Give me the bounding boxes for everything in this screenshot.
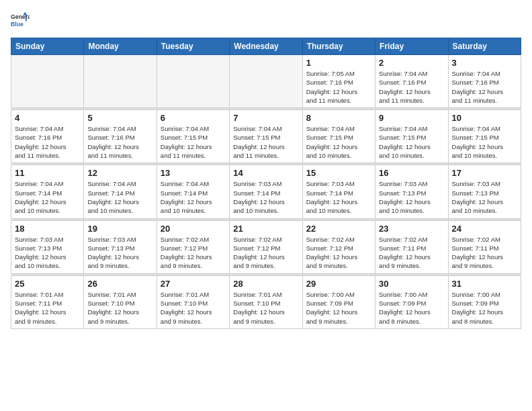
- day-info: Sunrise: 7:04 AMSunset: 7:15 PMDaylight:…: [161, 124, 226, 160]
- day-cell: 13Sunrise: 7:04 AMSunset: 7:14 PMDayligh…: [157, 165, 229, 218]
- day-number: 17: [452, 168, 517, 178]
- day-cell: 5Sunrise: 7:04 AMSunset: 7:16 PMDaylight…: [84, 110, 157, 163]
- day-cell: 16Sunrise: 7:03 AMSunset: 7:13 PMDayligh…: [375, 165, 448, 218]
- day-cell: 19Sunrise: 7:03 AMSunset: 7:13 PMDayligh…: [84, 220, 157, 273]
- day-number: 27: [161, 279, 226, 289]
- day-info: Sunrise: 7:04 AMSunset: 7:16 PMDaylight:…: [452, 69, 517, 105]
- weekday-header-tuesday: Tuesday: [157, 38, 229, 55]
- day-number: 13: [161, 168, 226, 178]
- day-cell: 6Sunrise: 7:04 AMSunset: 7:15 PMDaylight…: [157, 110, 229, 163]
- day-number: 20: [161, 224, 226, 234]
- day-cell: [11, 55, 84, 108]
- day-info: Sunrise: 7:04 AMSunset: 7:14 PMDaylight:…: [161, 179, 226, 215]
- day-cell: 18Sunrise: 7:03 AMSunset: 7:13 PMDayligh…: [11, 220, 84, 273]
- day-info: Sunrise: 7:03 AMSunset: 7:14 PMDaylight:…: [306, 179, 371, 215]
- day-cell: 20Sunrise: 7:02 AMSunset: 7:12 PMDayligh…: [157, 220, 229, 273]
- day-number: 12: [87, 168, 152, 178]
- day-info: Sunrise: 7:04 AMSunset: 7:16 PMDaylight:…: [87, 124, 152, 160]
- day-number: 7: [233, 113, 298, 123]
- logo: GeneralBlue: [11, 11, 30, 30]
- weekday-header-friday: Friday: [375, 38, 448, 55]
- day-info: Sunrise: 7:04 AMSunset: 7:15 PMDaylight:…: [306, 124, 371, 160]
- day-info: Sunrise: 7:04 AMSunset: 7:15 PMDaylight:…: [379, 124, 444, 160]
- day-cell: [157, 55, 229, 108]
- day-cell: 3Sunrise: 7:04 AMSunset: 7:16 PMDaylight…: [448, 55, 521, 108]
- day-number: 22: [306, 224, 371, 234]
- day-cell: 29Sunrise: 7:00 AMSunset: 7:09 PMDayligh…: [302, 275, 375, 328]
- day-info: Sunrise: 7:01 AMSunset: 7:10 PMDaylight:…: [161, 290, 226, 326]
- day-number: 11: [15, 168, 80, 178]
- day-number: 10: [452, 113, 517, 123]
- week-row-5: 25Sunrise: 7:01 AMSunset: 7:11 PMDayligh…: [11, 275, 521, 328]
- day-info: Sunrise: 7:03 AMSunset: 7:14 PMDaylight:…: [233, 179, 298, 215]
- day-cell: 1Sunrise: 7:05 AMSunset: 7:16 PMDaylight…: [302, 55, 375, 108]
- day-info: Sunrise: 7:04 AMSunset: 7:15 PMDaylight:…: [233, 124, 298, 160]
- day-number: 16: [379, 168, 444, 178]
- day-info: Sunrise: 7:02 AMSunset: 7:11 PMDaylight:…: [452, 235, 517, 271]
- day-info: Sunrise: 7:03 AMSunset: 7:13 PMDaylight:…: [87, 235, 152, 271]
- page-header: GeneralBlue: [11, 11, 521, 30]
- day-number: 30: [379, 279, 444, 289]
- day-number: 26: [87, 279, 152, 289]
- day-info: Sunrise: 7:04 AMSunset: 7:15 PMDaylight:…: [452, 124, 517, 160]
- day-cell: 2Sunrise: 7:04 AMSunset: 7:16 PMDaylight…: [375, 55, 448, 108]
- day-cell: 12Sunrise: 7:04 AMSunset: 7:14 PMDayligh…: [84, 165, 157, 218]
- day-number: 3: [452, 58, 517, 68]
- day-info: Sunrise: 7:04 AMSunset: 7:14 PMDaylight:…: [15, 179, 80, 215]
- day-info: Sunrise: 7:02 AMSunset: 7:11 PMDaylight:…: [379, 235, 444, 271]
- day-number: 9: [379, 113, 444, 123]
- day-number: 19: [87, 224, 152, 234]
- week-row-4: 18Sunrise: 7:03 AMSunset: 7:13 PMDayligh…: [11, 220, 521, 273]
- day-cell: 30Sunrise: 7:00 AMSunset: 7:09 PMDayligh…: [375, 275, 448, 328]
- day-number: 23: [379, 224, 444, 234]
- day-number: 25: [15, 279, 80, 289]
- day-cell: 11Sunrise: 7:04 AMSunset: 7:14 PMDayligh…: [11, 165, 84, 218]
- day-cell: 27Sunrise: 7:01 AMSunset: 7:10 PMDayligh…: [157, 275, 229, 328]
- day-info: Sunrise: 7:00 AMSunset: 7:09 PMDaylight:…: [379, 290, 444, 326]
- day-info: Sunrise: 7:04 AMSunset: 7:16 PMDaylight:…: [379, 69, 444, 105]
- week-row-1: 1Sunrise: 7:05 AMSunset: 7:16 PMDaylight…: [11, 55, 521, 108]
- day-number: 15: [306, 168, 371, 178]
- day-info: Sunrise: 7:02 AMSunset: 7:12 PMDaylight:…: [306, 235, 371, 271]
- weekday-header-sunday: Sunday: [11, 38, 84, 55]
- day-cell: 25Sunrise: 7:01 AMSunset: 7:11 PMDayligh…: [11, 275, 84, 328]
- svg-text:Blue: Blue: [11, 21, 24, 28]
- day-cell: 28Sunrise: 7:01 AMSunset: 7:10 PMDayligh…: [230, 275, 302, 328]
- day-number: 5: [87, 113, 152, 123]
- calendar-table: SundayMondayTuesdayWednesdayThursdayFrid…: [11, 38, 521, 329]
- day-cell: 14Sunrise: 7:03 AMSunset: 7:14 PMDayligh…: [230, 165, 302, 218]
- day-number: 24: [452, 224, 517, 234]
- day-info: Sunrise: 7:03 AMSunset: 7:13 PMDaylight:…: [379, 179, 444, 215]
- day-info: Sunrise: 7:00 AMSunset: 7:09 PMDaylight:…: [452, 290, 517, 326]
- day-info: Sunrise: 7:01 AMSunset: 7:10 PMDaylight:…: [233, 290, 298, 326]
- day-cell: 4Sunrise: 7:04 AMSunset: 7:16 PMDaylight…: [11, 110, 84, 163]
- day-cell: 24Sunrise: 7:02 AMSunset: 7:11 PMDayligh…: [448, 220, 521, 273]
- week-row-3: 11Sunrise: 7:04 AMSunset: 7:14 PMDayligh…: [11, 165, 521, 218]
- day-number: 21: [233, 224, 298, 234]
- day-info: Sunrise: 7:00 AMSunset: 7:09 PMDaylight:…: [306, 290, 371, 326]
- day-info: Sunrise: 7:03 AMSunset: 7:13 PMDaylight:…: [452, 179, 517, 215]
- day-cell: 21Sunrise: 7:02 AMSunset: 7:12 PMDayligh…: [230, 220, 302, 273]
- day-cell: 7Sunrise: 7:04 AMSunset: 7:15 PMDaylight…: [230, 110, 302, 163]
- day-number: 8: [306, 113, 371, 123]
- day-number: 18: [15, 224, 80, 234]
- day-number: 2: [379, 58, 444, 68]
- weekday-header-thursday: Thursday: [302, 38, 375, 55]
- day-info: Sunrise: 7:03 AMSunset: 7:13 PMDaylight:…: [15, 235, 80, 271]
- day-number: 4: [15, 113, 80, 123]
- day-number: 6: [161, 113, 226, 123]
- day-number: 1: [306, 58, 371, 68]
- day-cell: 15Sunrise: 7:03 AMSunset: 7:14 PMDayligh…: [302, 165, 375, 218]
- day-cell: [84, 55, 157, 108]
- day-info: Sunrise: 7:02 AMSunset: 7:12 PMDaylight:…: [233, 235, 298, 271]
- day-info: Sunrise: 7:05 AMSunset: 7:16 PMDaylight:…: [306, 69, 371, 105]
- weekday-header-row: SundayMondayTuesdayWednesdayThursdayFrid…: [11, 38, 521, 55]
- day-cell: 22Sunrise: 7:02 AMSunset: 7:12 PMDayligh…: [302, 220, 375, 273]
- logo-icon: GeneralBlue: [11, 11, 30, 30]
- day-number: 29: [306, 279, 371, 289]
- day-info: Sunrise: 7:04 AMSunset: 7:16 PMDaylight:…: [15, 124, 80, 160]
- day-cell: 23Sunrise: 7:02 AMSunset: 7:11 PMDayligh…: [375, 220, 448, 273]
- day-cell: 31Sunrise: 7:00 AMSunset: 7:09 PMDayligh…: [448, 275, 521, 328]
- day-cell: 17Sunrise: 7:03 AMSunset: 7:13 PMDayligh…: [448, 165, 521, 218]
- day-cell: 9Sunrise: 7:04 AMSunset: 7:15 PMDaylight…: [375, 110, 448, 163]
